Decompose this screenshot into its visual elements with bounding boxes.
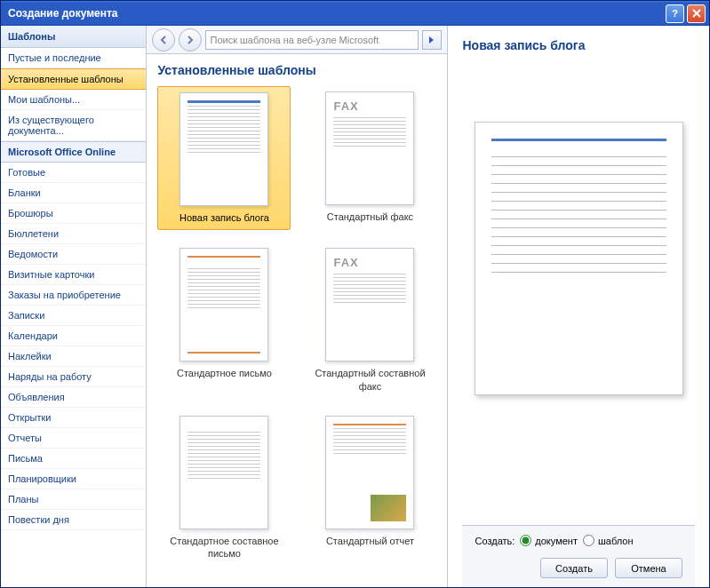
template-label: Стандартный факс <box>327 211 413 223</box>
template-item[interactable]: Новая запись блога <box>157 86 291 230</box>
sidebar-section-online: Microsoft Office Online <box>1 141 146 163</box>
sidebar[interactable]: Шаблоны Пустые и последниеУстановленные … <box>1 26 147 587</box>
arrow-right-icon <box>185 35 195 45</box>
help-icon: ? <box>672 8 678 19</box>
dialog-body: Шаблоны Пустые и последниеУстановленные … <box>1 26 709 587</box>
template-item[interactable]: Стандартное составное письмо <box>157 410 291 566</box>
radio-document[interactable]: документ <box>520 535 578 546</box>
template-thumb: FAX <box>325 91 414 205</box>
button-row: Создать Отмена <box>475 558 682 578</box>
radio-template[interactable]: шаблон <box>583 535 633 546</box>
toolbar: Поиск шаблона на веб-узле Microsoft <box>147 26 447 54</box>
sidebar-item[interactable]: Наклейки <box>1 346 146 367</box>
template-thumb: FAX <box>325 248 414 362</box>
sidebar-item[interactable]: Готовые <box>1 163 146 183</box>
sidebar-item[interactable]: Объявления <box>1 387 146 408</box>
template-label: Новая запись блога <box>179 211 269 224</box>
template-thumb <box>179 416 268 529</box>
preview-panel: Новая запись блога Создать: документ шаб… <box>448 26 709 587</box>
sidebar-item[interactable]: Наряды на работу <box>1 367 146 387</box>
sidebar-item[interactable]: Отчеты <box>1 428 146 449</box>
search-go-button[interactable] <box>422 30 442 50</box>
create-type-row: Создать: документ шаблон <box>475 535 682 546</box>
template-thumb <box>179 92 268 206</box>
titlebar: Создание документа ? <box>1 1 709 26</box>
help-button[interactable]: ? <box>666 4 684 23</box>
sidebar-item[interactable]: Календари <box>1 326 146 346</box>
create-button[interactable]: Создать <box>540 558 608 578</box>
close-icon <box>692 9 701 18</box>
sidebar-item[interactable]: Заказы на приобретение <box>1 285 146 306</box>
template-item[interactable]: FAXСтандартный факс <box>303 86 436 230</box>
titlebar-buttons: ? <box>666 4 706 23</box>
sidebar-item[interactable]: Визитные карточки <box>1 265 146 285</box>
sidebar-header: Шаблоны <box>1 26 146 48</box>
template-item[interactable]: Стандартное письмо <box>157 242 291 398</box>
template-item[interactable]: FAXСтандартный составной факс <box>303 242 436 398</box>
window-title: Создание документа <box>4 7 666 20</box>
sidebar-item[interactable]: Пустые и последние <box>1 48 146 68</box>
sidebar-item[interactable]: Планировщики <box>1 469 146 489</box>
sidebar-item[interactable]: Мои шаблоны... <box>1 90 146 110</box>
cancel-button[interactable]: Отмена <box>615 558 682 578</box>
preview-title: Новая запись блога <box>462 38 695 52</box>
content-header: Установленные шаблоны <box>147 54 447 86</box>
nav-back-button[interactable] <box>152 28 175 52</box>
template-label: Стандартное составное письмо <box>163 535 285 560</box>
template-thumb <box>325 416 414 529</box>
sidebar-item[interactable]: Планы <box>1 489 146 510</box>
close-button[interactable] <box>687 4 706 23</box>
search-input[interactable]: Поиск шаблона на веб-узле Microsoft <box>205 30 419 50</box>
create-label: Создать: <box>475 536 515 546</box>
sidebar-item[interactable]: Установленные шаблоны <box>1 68 146 90</box>
sidebar-item[interactable]: Открытки <box>1 408 146 428</box>
template-label: Стандартный составной факс <box>308 367 431 393</box>
sidebar-item[interactable]: Бланки <box>1 183 146 203</box>
sidebar-item[interactable]: Бюллетени <box>1 224 146 244</box>
template-grid: Новая запись блогаFAXСтандартный факсСта… <box>147 86 447 587</box>
sidebar-item[interactable]: Ведомости <box>1 244 146 265</box>
template-label: Стандартное письмо <box>177 367 272 379</box>
sidebar-item[interactable]: Брошюры <box>1 203 146 224</box>
template-item[interactable]: Стандартный отчет <box>303 410 436 566</box>
new-document-dialog: Создание документа ? Шаблоны Пустые и по… <box>0 0 710 588</box>
search-placeholder: Поиск шаблона на веб-узле Microsoft <box>210 35 379 45</box>
preview-image <box>475 122 683 395</box>
arrow-go-icon <box>427 35 437 45</box>
sidebar-item[interactable]: Повестки дня <box>1 510 146 530</box>
sidebar-item[interactable]: Из существующего документа... <box>1 110 146 141</box>
template-thumb <box>179 248 268 362</box>
nav-forward-button[interactable] <box>179 28 202 52</box>
footer: Создать: документ шаблон Создать Отмена <box>462 525 695 587</box>
arrow-left-icon <box>158 35 169 45</box>
sidebar-item[interactable]: Записки <box>1 306 146 326</box>
template-label: Стандартный отчет <box>326 535 414 547</box>
sidebar-item[interactable]: Письма <box>1 449 146 469</box>
center-panel: Поиск шаблона на веб-узле Microsoft Уста… <box>147 26 448 587</box>
